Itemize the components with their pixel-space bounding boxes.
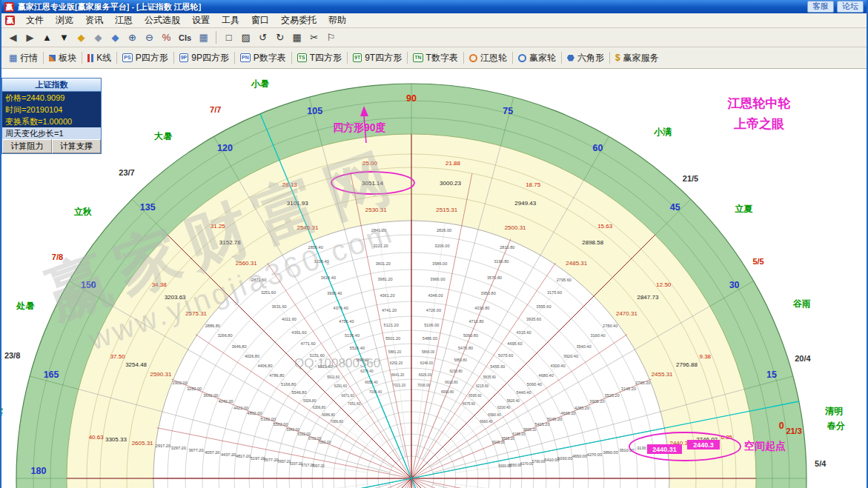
toolbutton-kxian[interactable]: K线 — [84, 50, 115, 66]
menu-item-帮助[interactable]: 帮助 — [322, 13, 352, 27]
svg-text:5440.40: 5440.40 — [516, 390, 531, 395]
svg-text:2605.31: 2605.31 — [132, 440, 153, 447]
9p-sifangxing-label: 9P四方形 — [191, 52, 229, 64]
toolbutton-yingjiafuwu[interactable]: $赢家服务 — [612, 50, 663, 66]
svg-text:3305.33: 3305.33 — [105, 436, 127, 443]
svg-text:5060.40: 5060.40 — [527, 382, 542, 387]
toolbutton-bankuai[interactable]: 板块 — [45, 50, 80, 66]
svg-text:5090.80: 5090.80 — [463, 333, 478, 338]
svg-text:5805.20: 5805.20 — [523, 428, 537, 432]
index-panel-title: 上证指数 — [2, 78, 101, 92]
redo-icon[interactable]: ↻ — [271, 30, 288, 46]
svg-text:6246.00: 6246.00 — [420, 361, 434, 365]
bankuai-icon — [49, 55, 56, 61]
ratio-icon[interactable]: % — [158, 30, 175, 46]
svg-text:21.88: 21.88 — [445, 160, 461, 167]
svg-text:6261.20: 6261.20 — [390, 361, 403, 365]
svg-text:立秋: 立秋 — [73, 207, 92, 217]
calc-resistance-button[interactable]: 计算阻力 — [2, 139, 52, 153]
svg-text:5516.40: 5516.40 — [350, 346, 365, 350]
svg-text:3254.48: 3254.48 — [125, 361, 147, 368]
toolbutton-9t-sifangxing[interactable]: 9T9T四方形 — [349, 50, 405, 66]
svg-text:3540.40: 3540.40 — [576, 344, 591, 349]
undo-icon[interactable]: ↺ — [254, 30, 271, 46]
gann-wheel-svg[interactable]: 6930.006945.206960.406975.606990.807006.… — [1, 69, 867, 488]
diamond-gold-icon[interactable]: ◆ — [73, 30, 90, 46]
svg-text:7/8: 7/8 — [52, 253, 63, 261]
titlebar-button-luntan[interactable]: 论坛 — [837, 1, 864, 13]
cls-button[interactable]: Cls — [175, 30, 195, 46]
calc-support-button[interactable]: 计算支撑 — [52, 139, 102, 153]
toolbutton-liujiaoxing[interactable]: 六角形 — [563, 50, 608, 66]
svg-text:135: 135 — [140, 202, 156, 213]
svg-text:6276.40: 6276.40 — [360, 370, 374, 373]
toolbutton-t-sifangxing[interactable]: TST四方形 — [294, 50, 345, 66]
svg-text:4802.00: 4802.00 — [247, 411, 262, 415]
svg-text:4315.60: 4315.60 — [516, 330, 531, 335]
menu-item-交易委托[interactable]: 交易委托 — [275, 13, 322, 27]
shade-tool-icon[interactable]: ▨ — [237, 30, 254, 46]
titlebar-buttons: 客服论坛 — [807, 1, 864, 13]
time-row: 时间=20190104 — [2, 104, 101, 116]
svg-text:45: 45 — [670, 202, 680, 213]
menu-item-设置[interactable]: 设置 — [186, 13, 216, 27]
svg-text:6230.80: 6230.80 — [449, 370, 463, 373]
toolbutton-hangqing[interactable]: ▦行情 — [5, 50, 42, 66]
toolbutton-yingjialun[interactable]: 赢家轮 — [514, 50, 560, 66]
diamond-blue-icon[interactable]: ◆ — [107, 30, 124, 46]
svg-text:4786.80: 4786.80 — [269, 373, 284, 378]
trend-down-icon[interactable]: ▼ — [56, 30, 73, 46]
flag-tool-icon[interactable]: ⚐ — [322, 30, 339, 46]
svg-text:18.75: 18.75 — [526, 181, 541, 188]
diamond-silver-icon[interactable]: ◆ — [90, 30, 107, 46]
svg-text:6671.60: 6671.60 — [342, 394, 355, 398]
svg-text:7051.60: 7051.60 — [348, 402, 361, 406]
yingjiafuwu-label: 赢家服务 — [623, 52, 659, 64]
svg-text:3601.20: 3601.20 — [376, 261, 391, 266]
svg-text:3282.00: 3282.00 — [187, 387, 202, 391]
toolbutton-p-shuzibiao[interactable]: PNP数字表 — [236, 50, 290, 66]
toolbar-separator — [609, 52, 610, 64]
t-sifangxing-label: T四方形 — [310, 52, 342, 64]
toolbutton-p-sifangxing[interactable]: PSP四方形 — [119, 50, 171, 66]
menu-item-资讯[interactable]: 资讯 — [79, 13, 109, 27]
titlebar-button-kefu[interactable]: 客服 — [807, 1, 834, 13]
svg-text:4756.40: 4756.40 — [339, 319, 354, 324]
svg-text:7006.00: 7006.00 — [417, 384, 431, 387]
svg-text:6975.60: 6975.60 — [463, 402, 476, 406]
menu-item-文件[interactable]: 文件 — [20, 13, 50, 27]
svg-text:3570.80: 3570.80 — [487, 275, 502, 280]
svg-text:2810.80: 2810.80 — [500, 245, 514, 250]
svg-text:4057.20: 4057.20 — [205, 450, 219, 455]
svg-text:2886.80: 2886.80 — [205, 324, 220, 328]
svg-text:小暑: 小暑 — [251, 78, 270, 89]
forward-icon[interactable]: ▶ — [21, 30, 39, 46]
zoom-out-icon[interactable]: ⊖ — [141, 30, 158, 46]
svg-text:5562.00: 5562.00 — [273, 422, 288, 427]
menu-item-浏览[interactable]: 浏览 — [50, 13, 79, 27]
9p-sifangxing-icon: 9P — [179, 53, 189, 62]
svg-text:5531.60: 5531.60 — [318, 364, 333, 369]
grid-tool-icon[interactable]: ▦ — [288, 30, 305, 46]
calendar-icon[interactable]: ▦ — [195, 30, 212, 46]
9t-sifangxing-icon: 9T — [353, 53, 362, 62]
zoom-in-icon[interactable]: ⊕ — [124, 30, 141, 46]
svg-text:3266.80: 3266.80 — [217, 333, 232, 338]
svg-text:4680.40: 4680.40 — [539, 373, 554, 378]
cut-tool-icon[interactable]: ✂ — [305, 30, 322, 46]
toolbutton-9p-sifangxing[interactable]: 9P9P四方形 — [176, 50, 233, 66]
menu-item-公式选股[interactable]: 公式选股 — [139, 13, 186, 27]
toolbutton-jiangenlun[interactable]: 江恩轮 — [466, 50, 511, 66]
menu-item-江恩[interactable]: 江恩 — [109, 13, 139, 27]
trend-up-icon[interactable]: ▲ — [39, 30, 56, 46]
toolbutton-t-shuzibiao[interactable]: TNT数字表 — [409, 50, 462, 66]
menu-item-窗口[interactable]: 窗口 — [245, 13, 275, 27]
toolbar-separator — [561, 52, 562, 64]
back-icon[interactable]: ◀ — [4, 30, 21, 46]
svg-text:5106.00: 5106.00 — [424, 323, 439, 327]
svg-text:6702.00: 6702.00 — [308, 437, 322, 441]
hangqing-icon: ▦ — [9, 53, 17, 63]
menu-item-工具[interactable]: 工具 — [216, 13, 245, 27]
rect-tool-icon[interactable]: □ — [220, 30, 237, 46]
title-bar: 赢 赢家江恩专业版[赢家服务平台] - [上证指数 江恩轮] 客服论坛 — [1, 0, 867, 13]
